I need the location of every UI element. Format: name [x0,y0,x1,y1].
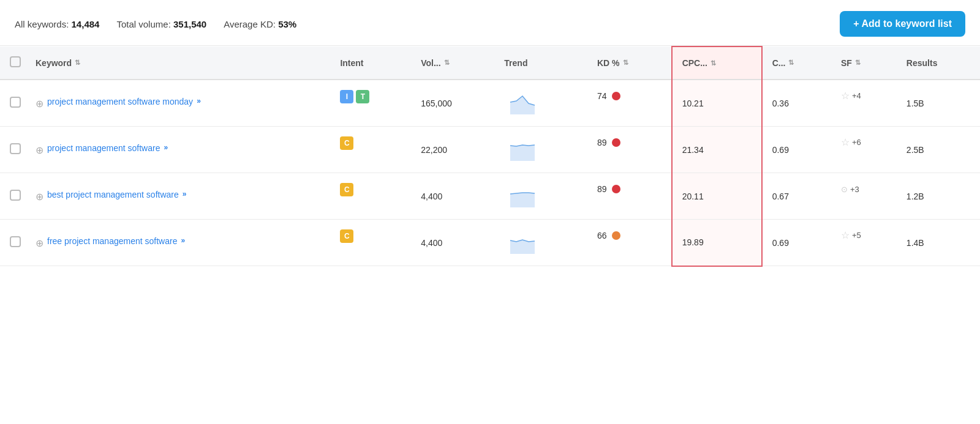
kd-dot [612,92,620,100]
trend-sparkline [504,229,541,254]
keyword-text: project management software monday [47,97,193,106]
trend-sparkline [504,90,541,114]
volume-cell: 4,400 [411,220,494,266]
sf-cell: ☆ +6 [831,127,897,158]
kd-value: 66 [597,231,607,240]
table-row: ⊕ project management software monday » I… [0,80,980,127]
keyword-add-icon[interactable]: ⊕ [36,98,43,110]
kd-cell: 66 [587,221,671,250]
col-header-cpc[interactable]: CPC... ⇅ [672,46,762,80]
volume-cell: 22,200 [411,127,494,173]
keyword-filter-icon: ⇅ [75,59,80,67]
trend-cell [494,173,587,220]
row-checkbox[interactable] [10,143,21,154]
table-row: ⊕ project management software » C22,200 … [0,127,980,173]
keyword-link[interactable]: free project management software » [47,236,185,246]
keyword-cell: ⊕ project management software » [26,127,330,173]
table-row: ⊕ best project management software » C4,… [0,173,980,220]
cpc-cell: 19.89 [672,220,762,266]
cpc-filter-icon: ⇅ [710,59,716,67]
comp-cell: 0.67 [762,173,831,220]
intent-cell: C [330,220,411,253]
row-checkbox-cell [0,127,26,173]
keyword-chevron-icon[interactable]: » [164,143,168,152]
total-volume-stat: Total volume: 351,540 [116,19,206,29]
stats-row: All keywords: 14,484 Total volume: 351,5… [15,19,296,29]
keyword-chevron-icon[interactable]: » [183,190,187,198]
keyword-chevron-icon[interactable]: » [197,97,201,105]
kd-dot [612,138,620,147]
results-cell: 1.4B [897,220,980,266]
keyword-cell: ⊕ project management software monday » [26,80,330,127]
sf-cell: ☆ +5 [831,220,897,251]
col-header-keyword[interactable]: Keyword ⇅ [26,46,330,80]
avg-kd-stat: Average KD: 53% [224,19,296,29]
intent-badge: T [356,90,369,103]
sf-count: +6 [852,138,861,147]
keyword-link[interactable]: best project management software » [47,190,186,199]
results-cell: 1.5B [897,80,980,127]
kd-value: 74 [597,91,607,101]
sf-star-icon: ☆ [841,229,850,241]
keyword-cell: ⊕ best project management software » [26,173,330,220]
row-checkbox-cell [0,80,26,127]
intent-cell: C [330,173,411,206]
intent-badge: I [340,90,353,103]
kd-cell: 74 [587,81,671,111]
trend-sparkline [504,136,541,161]
keyword-cell: ⊕ free project management software » [26,220,330,266]
keyword-add-icon[interactable]: ⊕ [36,144,43,156]
kd-dot [612,185,620,193]
col-header-results: Results [897,46,980,80]
sf-link-icon: ⊙ [841,185,848,194]
trend-cell [494,220,587,266]
col-header-volume[interactable]: Vol... ⇅ [411,46,494,80]
intent-badge: C [340,136,353,150]
table-header-row: Keyword ⇅ Intent Vol... ⇅ [0,46,980,80]
volume-cell: 165,000 [411,80,494,127]
results-cell: 2.5B [897,127,980,173]
keyword-add-icon[interactable]: ⊕ [36,191,43,203]
keyword-table-wrapper: Keyword ⇅ Intent Vol... ⇅ [0,46,980,267]
table-row: ⊕ free project management software » C4,… [0,220,980,266]
intent-badge: C [340,183,353,196]
volume-filter-icon: ⇅ [444,59,450,67]
keyword-link[interactable]: project management software » [47,143,168,153]
col-header-intent: Intent [330,46,411,80]
volume-cell: 4,400 [411,173,494,220]
sf-cell: ⊙ +3 [831,175,897,204]
col-header-comp[interactable]: C... ⇅ [762,46,831,80]
comp-filter-icon: ⇅ [788,59,794,67]
kd-value: 89 [597,138,607,147]
top-bar: All keywords: 14,484 Total volume: 351,5… [0,0,980,46]
add-to-keyword-list-button[interactable]: + Add to keyword list [840,11,965,37]
comp-cell: 0.69 [762,220,831,266]
row-checkbox-cell [0,173,26,220]
kd-dot [612,231,620,240]
comp-cell: 0.69 [762,127,831,173]
keyword-text: project management software [47,143,160,153]
row-checkbox[interactable] [10,236,21,247]
header-checkbox[interactable] [10,56,21,67]
trend-cell [494,127,587,173]
keyword-text: free project management software [47,236,177,246]
select-all-header[interactable] [0,46,26,80]
sf-star-icon: ☆ [841,90,850,102]
row-checkbox-cell [0,220,26,266]
col-header-trend: Trend [494,46,587,80]
trend-sparkline [504,183,541,207]
sf-cell: ☆ +4 [831,80,897,111]
col-header-kd[interactable]: KD % ⇅ [587,46,672,80]
intent-cell: IT [330,80,411,113]
keyword-link[interactable]: project management software monday » [47,97,201,106]
kd-value: 89 [597,184,607,194]
col-header-sf[interactable]: SF ⇅ [831,46,897,80]
keyword-chevron-icon[interactable]: » [181,236,185,245]
row-checkbox[interactable] [10,190,21,201]
comp-cell: 0.36 [762,80,831,127]
table-body: ⊕ project management software monday » I… [0,80,980,266]
cpc-cell: 20.11 [672,173,762,220]
kd-cell: 89 [587,174,671,204]
keyword-add-icon[interactable]: ⊕ [36,237,43,249]
row-checkbox[interactable] [10,97,21,108]
